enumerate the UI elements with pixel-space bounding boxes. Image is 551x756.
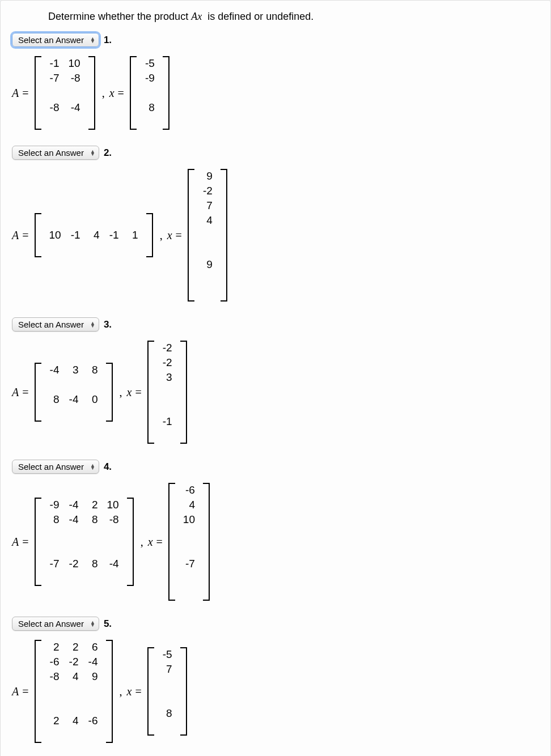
matrix: -438 8-40: [35, 363, 113, 422]
equals-sign: =: [22, 536, 28, 549]
bracket-right: [221, 169, 227, 301]
answer-select[interactable]: Select an Answer▲▼: [12, 33, 99, 47]
vector-x-label: x: [127, 386, 132, 399]
matrix-cell: [45, 527, 64, 542]
matrix-cell: [83, 728, 103, 743]
answer-select-label: Select an Answer: [18, 462, 84, 472]
matrix-cell: 3: [64, 363, 83, 377]
matrix-cell: [64, 571, 83, 586]
matrix-cell: [64, 377, 83, 392]
matrix-cell: [83, 407, 103, 422]
matrix-A-label: A: [12, 536, 19, 549]
matrix-cell: -6: [45, 655, 64, 669]
matrix-cell: -1: [158, 414, 177, 429]
vector-x-label: x: [127, 685, 132, 698]
matrix-cell: [158, 429, 177, 444]
matrix: -110-7-8 -8-4: [35, 56, 95, 130]
updown-icon: ▲▼: [90, 322, 95, 328]
matrix-cell: 8: [83, 363, 103, 377]
matrix-cell: -6: [179, 483, 200, 498]
matrix-cell: [140, 115, 159, 130]
matrix-body: 226-6-2-4-849 24-6: [45, 640, 103, 743]
matrix-cell: [179, 542, 200, 557]
matrix-cell: -9: [140, 71, 159, 86]
matrix-cell: [64, 728, 83, 743]
bracket-left: [147, 341, 154, 444]
matrix-cell: -4: [64, 498, 83, 512]
matrix-body: -6410 -7: [179, 483, 200, 601]
matrix-cell: [158, 385, 177, 400]
matrix-cell: [45, 407, 64, 422]
separator: ,: [120, 386, 122, 399]
equation: A= 10-14-11 ,x=9-274 9: [12, 169, 539, 301]
matrix-cell: 4: [85, 228, 104, 243]
matrix-cell: 8: [45, 512, 64, 527]
matrix: 226-6-2-4-849 24-6: [35, 640, 113, 743]
matrix-cell: [158, 677, 177, 691]
matrix-cell: [179, 586, 200, 601]
matrix-cell: -8: [103, 512, 124, 527]
matrix-cell: -7: [45, 71, 64, 86]
bracket-left: [35, 56, 41, 130]
vector-x-label: x: [167, 229, 172, 242]
matrix-cell: [45, 684, 64, 699]
matrix-cell: [64, 542, 83, 557]
matrix-cell: [64, 115, 85, 130]
matrix: -5-9 8: [130, 56, 169, 130]
answer-select[interactable]: Select an Answer▲▼: [12, 317, 99, 332]
matrix-cell: [64, 527, 83, 542]
matrix-cell: [83, 527, 103, 542]
matrix: -9-42108-48-8 -7-28-4: [35, 498, 134, 586]
matrix-A-label: A: [12, 229, 19, 242]
updown-icon: ▲▼: [90, 37, 95, 43]
equation: A=-438 8-40 ,x=-2-23 -1: [12, 341, 539, 444]
matrix-cell: -8: [45, 100, 64, 115]
matrix-body: -110-7-8 -8-4: [45, 56, 85, 130]
question-prompt: Determine whether the product Ax is defi…: [48, 11, 539, 23]
matrix-cell: [198, 272, 217, 287]
answer-select-label: Select an Answer: [18, 619, 84, 628]
updown-icon: ▲▼: [90, 150, 95, 156]
matrix-cell: 0: [83, 392, 103, 407]
matrix-cell: 4: [64, 669, 83, 684]
answer-select[interactable]: Select an Answer▲▼: [12, 460, 99, 474]
matrix-cell: [198, 287, 217, 301]
matrix-cell: [103, 571, 124, 586]
bracket-left: [168, 483, 175, 601]
matrix-cell: [45, 86, 64, 100]
separator: ,: [102, 87, 105, 100]
matrix-cell: 10: [103, 498, 124, 512]
matrix-body: -9-42108-48-8 -7-28-4: [45, 498, 124, 586]
bracket-right: [163, 56, 169, 130]
matrix-A-label: A: [12, 685, 19, 698]
matrix-cell: [64, 699, 83, 713]
answer-select-label: Select an Answer: [18, 35, 84, 45]
matrix-cell: -4: [64, 392, 83, 407]
matrix-cell: -6: [83, 713, 103, 728]
matrix-cell: 8: [158, 706, 177, 721]
prompt-var: Ax: [191, 11, 202, 22]
matrix-body: -2-23 -1: [158, 341, 177, 444]
matrix-cell: 8: [45, 392, 64, 407]
matrix-cell: -2: [64, 557, 83, 571]
matrix-cell: 8: [83, 557, 103, 571]
matrix-cell: 4: [198, 213, 217, 228]
matrix-cell: [83, 377, 103, 392]
matrix-cell: -4: [45, 363, 64, 377]
bracket-left: [130, 56, 137, 130]
equals-sign: =: [135, 386, 141, 399]
bracket-right: [88, 56, 95, 130]
bracket-right: [180, 341, 187, 444]
bracket-right: [106, 363, 113, 422]
bracket-right: [146, 213, 153, 257]
matrix-cell: 2: [83, 498, 103, 512]
bracket-right: [180, 647, 187, 736]
answer-select[interactable]: Select an Answer▲▼: [12, 146, 99, 160]
matrix-cell: -2: [158, 355, 177, 370]
matrix-cell: [45, 728, 64, 743]
bracket-right: [127, 498, 134, 586]
updown-icon: ▲▼: [90, 464, 95, 470]
answer-select[interactable]: Select an Answer▲▼: [12, 617, 99, 631]
bracket-left: [188, 169, 194, 301]
matrix: -57 8: [147, 647, 187, 736]
